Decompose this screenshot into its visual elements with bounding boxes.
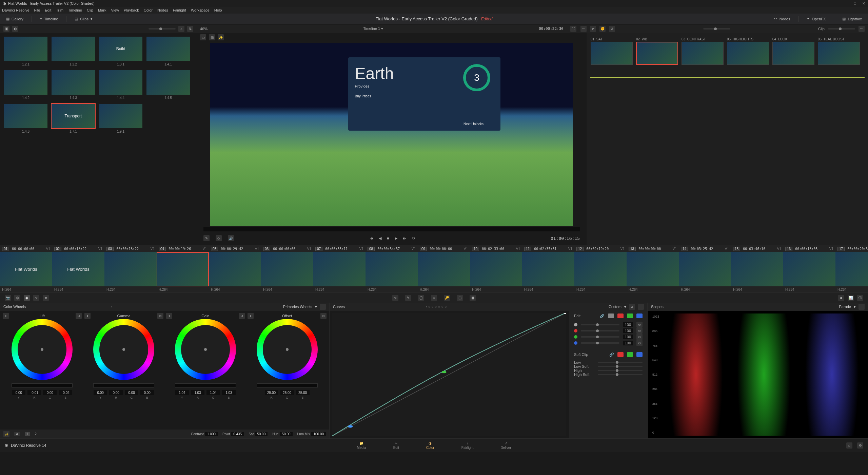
gallery-still[interactable]: 1.4.5 (146, 70, 191, 100)
wheel-picker-icon[interactable]: ✦ (84, 313, 91, 319)
timeline-clip[interactable]: 0900:00:00:00V1H.264 (418, 245, 470, 292)
close-button[interactable]: ✕ (862, 1, 865, 6)
node-zoom-slider[interactable] (828, 28, 855, 30)
softclip-slider[interactable] (598, 370, 643, 371)
stop-button[interactable]: ■ (387, 236, 389, 241)
curve-reset-icon[interactable]: ↺ (636, 334, 643, 340)
timeline-clip[interactable]: 0400:00:19:26V1H.264 (157, 245, 209, 292)
scopes-options-icon[interactable]: ⋯ (859, 304, 865, 310)
wheel-picker-icon[interactable]: ✦ (3, 313, 9, 319)
menu-mark[interactable]: Mark (98, 8, 106, 12)
node-scope[interactable]: Clip (818, 27, 825, 31)
curve-reset-icon[interactable]: ↺ (636, 322, 643, 328)
menu-clip[interactable]: Clip (87, 8, 93, 12)
soft-b-chip[interactable] (636, 352, 643, 357)
gallery-still[interactable]: 1.9.1 (98, 104, 143, 133)
wheel-value[interactable]: 0.00 (43, 390, 57, 395)
star-icon[interactable]: ★ (43, 295, 49, 301)
curve-intensity-slider[interactable] (581, 324, 619, 325)
maximize-button[interactable]: □ (854, 1, 856, 6)
master-bar[interactable] (175, 383, 236, 387)
viewer-scrubber[interactable] (203, 227, 580, 231)
disable-icon[interactable]: ⊘ (609, 26, 615, 32)
curve-value[interactable]: 100 (623, 322, 633, 327)
wheel-reset-icon[interactable]: ↺ (157, 313, 163, 319)
node-size-slider[interactable] (703, 28, 730, 30)
camera-raw-icon[interactable]: 📷 (5, 295, 11, 301)
curves-reset-icon[interactable]: ↺ (629, 304, 635, 310)
curve-intensity-slider[interactable] (581, 342, 619, 344)
keyframe-icon[interactable]: ◆ (838, 295, 844, 301)
timeline-clip[interactable]: 0200:00:18:22V1Flat WorldsH.264 (52, 245, 104, 292)
wheel-picker-icon[interactable]: ✦ (166, 313, 172, 319)
timeline-clip[interactable]: 1600:00:18:03V1H.264 (783, 245, 835, 292)
overlay-icon[interactable]: ◇ (216, 235, 222, 241)
last-frame-button[interactable]: ⏭ (403, 236, 407, 241)
page-1[interactable]: 1 (25, 432, 30, 436)
sat-value[interactable]: 50.00 (255, 432, 268, 436)
viewer-mode-1-icon[interactable]: ▭ (200, 34, 206, 40)
menu-help[interactable]: Help (214, 8, 222, 12)
gallery-still[interactable]: 1.4.4 (98, 70, 143, 100)
play-button[interactable]: ▶ (395, 236, 397, 241)
node-options-icon[interactable]: ⋯ (859, 26, 865, 32)
viewer-fx-icon[interactable]: ✨ (218, 34, 224, 40)
wheel-value[interactable]: 0.00 (140, 390, 154, 395)
timeline-name[interactable]: Timeline 1 ▾ (363, 26, 383, 31)
still-icon[interactable]: ▣ (3, 26, 9, 32)
lightbox-toggle[interactable]: ▦Lightbox (841, 17, 863, 21)
prev-button[interactable]: ◀ (379, 236, 381, 241)
pivot-value[interactable]: 0.435 (231, 432, 244, 436)
openfx-toggle[interactable]: ✦OpenFX (805, 17, 827, 21)
wheel-reset-icon[interactable]: ↺ (239, 313, 245, 319)
window-icon[interactable]: ✎ (405, 295, 411, 301)
auto-icon[interactable]: ✨ (3, 431, 9, 437)
timeline-clip[interactable]: 0100:00:00:00V1Flat WorldsH.264 (0, 245, 52, 292)
menu-nodes[interactable]: Nodes (157, 8, 168, 12)
master-bar[interactable] (93, 383, 154, 387)
curve-reset-icon[interactable]: ↺ (636, 328, 643, 334)
gallery-still[interactable]: 1.2.1 (3, 37, 48, 66)
gallery-toggle[interactable]: ▦Gallery (5, 17, 25, 21)
gallery-still[interactable]: 1.4.3 (51, 70, 96, 100)
menu-edit[interactable]: Edit (45, 8, 51, 12)
gallery-still[interactable]: Transport1.7.1 (51, 104, 96, 133)
viewer-image[interactable]: Earth Provides Buy Prices 3 Next Unlocks (210, 43, 573, 226)
wheel-value[interactable]: 1.04 (206, 390, 220, 395)
wheel-value[interactable]: 1.04 (175, 390, 189, 395)
wheel-reset-icon[interactable]: ↺ (320, 313, 327, 319)
curve-reset-icon[interactable]: ↺ (636, 340, 643, 346)
menu-playback[interactable]: Playback (124, 8, 139, 12)
wheel-value[interactable]: 0.00 (109, 390, 123, 395)
master-bar[interactable] (257, 383, 318, 387)
lum-value[interactable]: 100.00 (311, 432, 326, 436)
curves-mode[interactable]: Custom (609, 305, 622, 309)
color-wheel[interactable] (12, 319, 73, 380)
user-icon[interactable]: ◐ (12, 26, 18, 32)
wheel-value[interactable]: 25.00 (280, 390, 294, 395)
node-teal boost[interactable]: 06 TEAL BOOST (818, 37, 860, 65)
curve-editor[interactable] (332, 313, 566, 436)
wheels-icon[interactable]: ◎ (14, 295, 20, 301)
page-edit[interactable]: ✂Edit (393, 441, 399, 450)
curve-value[interactable]: 100 (623, 335, 633, 339)
timeline-clip[interactable]: 0500:00:29:42V1H.264 (209, 245, 261, 292)
project-settings-icon[interactable]: ⌂ (846, 442, 852, 449)
page-a[interactable]: A (14, 432, 20, 436)
menu-workspace[interactable]: Workspace (191, 8, 210, 12)
nodes-panel[interactable]: 01 SAT02 WB03 CONTRAST05 HIGHLIGHTS04 LO… (587, 33, 868, 245)
wheel-value[interactable]: 0.00 (94, 390, 107, 395)
gallery-still[interactable]: 1.2.2 (51, 37, 96, 66)
soft-r-chip[interactable] (617, 352, 624, 357)
curve-intensity-slider[interactable] (581, 336, 619, 338)
picker-icon[interactable]: ✎ (203, 235, 210, 241)
key-icon[interactable]: 🔑 (444, 295, 450, 301)
viewer-mode-2-icon[interactable]: ▥ (209, 34, 215, 40)
timeline-clip[interactable]: 0700:00:33:11V1H.264 (313, 245, 366, 292)
gallery-still[interactable]: Build1.3.1 (98, 37, 143, 66)
timeline-clip[interactable]: 0800:00:34:37V1H.264 (366, 245, 418, 292)
timeline-clip[interactable]: 1000:02:33:00V1H.264 (470, 245, 522, 292)
wheel-value[interactable]: 0.00 (125, 390, 138, 395)
page-2[interactable]: 2 (35, 432, 37, 436)
info-icon[interactable]: ⓘ (857, 295, 863, 301)
